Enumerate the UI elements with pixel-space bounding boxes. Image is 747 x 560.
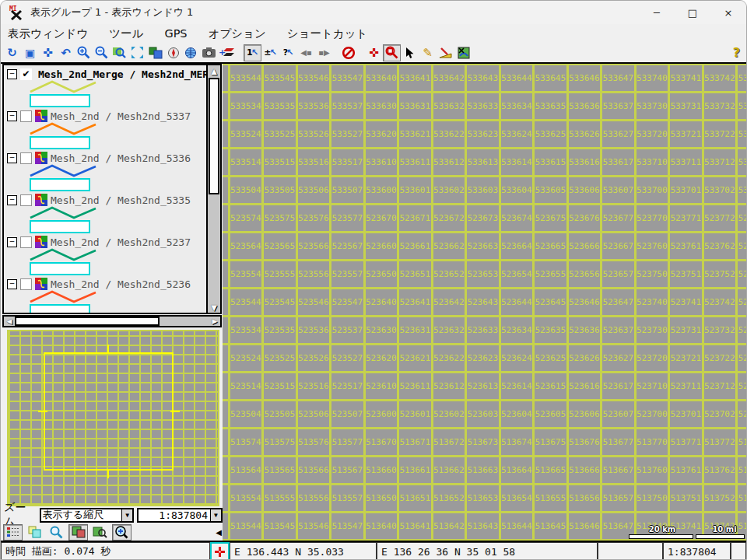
- mesh-cell: 533635: [535, 93, 566, 119]
- mesh-cell: 533602: [433, 177, 465, 203]
- polygon-style-sample[interactable]: [30, 136, 90, 149]
- full-view-icon[interactable]: ▣: [21, 44, 39, 61]
- polygon-style-sample[interactable]: [30, 304, 90, 314]
- cancel-icon[interactable]: [339, 44, 357, 61]
- previous-view-icon[interactable]: ↶: [57, 44, 75, 61]
- panel-collapse-icon[interactable]: ◀: [216, 528, 222, 537]
- what-is-icon[interactable]: ?↖: [279, 44, 297, 61]
- mesh-cell: 533524: [230, 121, 262, 147]
- mesh-cell: 513675: [535, 429, 566, 455]
- select-toggle-icon[interactable]: ±↖: [261, 44, 279, 61]
- show-raster-icon[interactable]: [68, 524, 88, 541]
- pan-tool-icon[interactable]: ✜: [365, 44, 383, 61]
- collapse-box-icon[interactable]: −: [7, 237, 17, 247]
- mesh-cell: 513751: [670, 485, 702, 511]
- menu-item-3[interactable]: オプション: [209, 26, 266, 41]
- view-extent-rectangle[interactable]: [44, 352, 174, 471]
- layer-manager-icon[interactable]: [25, 524, 44, 541]
- scrollbar-thumb[interactable]: [15, 317, 160, 326]
- scale-mode-dropdown[interactable]: 表示する縮尺 ▼: [40, 508, 135, 523]
- snapshot-icon[interactable]: [200, 44, 218, 61]
- scrollbar-thumb[interactable]: [209, 78, 219, 194]
- chevron-down-icon[interactable]: ▼: [121, 509, 132, 521]
- scroll-left-icon[interactable]: ◀: [4, 317, 15, 326]
- collapse-box-icon[interactable]: −: [7, 153, 17, 163]
- legend-toggle-icon[interactable]: [3, 524, 23, 541]
- line-style-sample[interactable]: [27, 163, 99, 178]
- mesh-cell: 513654: [501, 485, 533, 511]
- mesh-cell: 513567: [331, 457, 363, 483]
- collapse-box-icon[interactable]: −: [7, 69, 17, 79]
- zoom-in-icon[interactable]: [75, 44, 93, 61]
- menu-item-2[interactable]: GPS: [164, 27, 187, 40]
- line-style-sample[interactable]: [27, 289, 99, 304]
- menu-item-0[interactable]: 表示ウィンドウ: [8, 26, 88, 41]
- collapse-box-icon[interactable]: −: [7, 111, 17, 121]
- maximize-button[interactable]: □: [675, 1, 710, 24]
- mesh-cell: 533722: [704, 121, 736, 147]
- add-layer-icon[interactable]: +: [218, 44, 236, 61]
- full-zoom-icon[interactable]: [128, 44, 146, 61]
- menu-item-1[interactable]: ツール: [109, 26, 143, 41]
- line-style-sample[interactable]: [27, 121, 99, 136]
- close-button[interactable]: ×: [710, 1, 746, 24]
- pan-icon[interactable]: ✜: [39, 44, 57, 61]
- measure-tool-icon[interactable]: [437, 44, 454, 61]
- zoom-box-tool-icon[interactable]: [383, 44, 401, 61]
- mesh-cell: 523544: [230, 289, 262, 315]
- zoom-box-icon[interactable]: [110, 44, 128, 61]
- polygon-style-sample[interactable]: [30, 178, 90, 191]
- app-icon[interactable]: MI: [9, 5, 24, 20]
- map-viewport[interactable]: 5335445335455335465335475336405336415336…: [223, 62, 747, 541]
- polygon-style-sample[interactable]: [30, 220, 90, 233]
- locator-overview-map[interactable]: [7, 330, 219, 506]
- extent-tick-bottom: [107, 471, 109, 478]
- redraw-icon[interactable]: ↻: [3, 44, 21, 61]
- sketch-tool-icon[interactable]: ✎: [419, 44, 437, 61]
- mesh-cell-clipped: [223, 233, 228, 259]
- line-style-sample[interactable]: [27, 247, 99, 262]
- mesh-cell: 523567: [331, 233, 363, 259]
- mesh-cell: 523506: [298, 401, 330, 427]
- chevron-down-icon[interactable]: ▼: [210, 509, 221, 521]
- line-style-sample[interactable]: [27, 79, 99, 94]
- minimize-button[interactable]: ─: [639, 1, 675, 24]
- scroll-down-icon[interactable]: ▼: [208, 302, 220, 313]
- layer-list-vertical-scrollbar[interactable]: ▲ ▼: [206, 65, 220, 313]
- mesh-cell: 523640: [366, 289, 398, 315]
- next-element-icon[interactable]: ▪▶: [315, 44, 333, 61]
- magnify-window-icon[interactable]: [47, 524, 66, 541]
- auto-zoom-icon[interactable]: [112, 524, 132, 541]
- collapse-box-icon[interactable]: −: [7, 195, 17, 205]
- pointer-tool-icon[interactable]: [401, 44, 419, 61]
- line-style-sample[interactable]: [27, 205, 99, 220]
- web-globe-icon[interactable]: [182, 44, 200, 61]
- mesh-cell: 523752: [704, 261, 736, 287]
- menu-item-4[interactable]: ショートカット: [287, 26, 368, 41]
- scroll-up-icon[interactable]: ▲: [208, 65, 220, 76]
- mesh-cell: 523642: [433, 289, 465, 315]
- view-swap-icon[interactable]: [146, 44, 164, 61]
- zoom-out-icon[interactable]: [93, 44, 110, 61]
- mesh-cell: 523760: [637, 233, 668, 259]
- mesh-cell: 523647: [602, 289, 634, 315]
- mesh-cell: 523712: [704, 373, 736, 399]
- mesh-cell-clipped: [223, 401, 228, 427]
- mesh-cell: 523574: [230, 205, 262, 231]
- polygon-style-sample[interactable]: [30, 94, 90, 107]
- locator-icon[interactable]: [164, 44, 182, 61]
- help-icon[interactable]: ?: [733, 45, 740, 60]
- mesh-cell: 533616: [569, 149, 601, 175]
- previous-element-icon[interactable]: ◀▪: [297, 44, 315, 61]
- mesh-cell: 533721: [670, 121, 702, 147]
- crosshair-position-icon[interactable]: [210, 542, 230, 560]
- scroll-right-icon[interactable]: ▶: [209, 317, 220, 326]
- scale-value-dropdown[interactable]: 1:837804 ▼: [137, 508, 223, 523]
- collapse-box-icon[interactable]: −: [7, 279, 17, 289]
- select-single-icon[interactable]: 1↖: [244, 44, 261, 61]
- locator-magnify-icon[interactable]: [90, 524, 110, 541]
- mesh-cell: 533633: [467, 93, 499, 119]
- polygon-style-sample[interactable]: [30, 262, 90, 275]
- layer-list-horizontal-scrollbar[interactable]: ◀ ▶: [2, 315, 222, 327]
- geotoolbox-icon[interactable]: [454, 44, 472, 61]
